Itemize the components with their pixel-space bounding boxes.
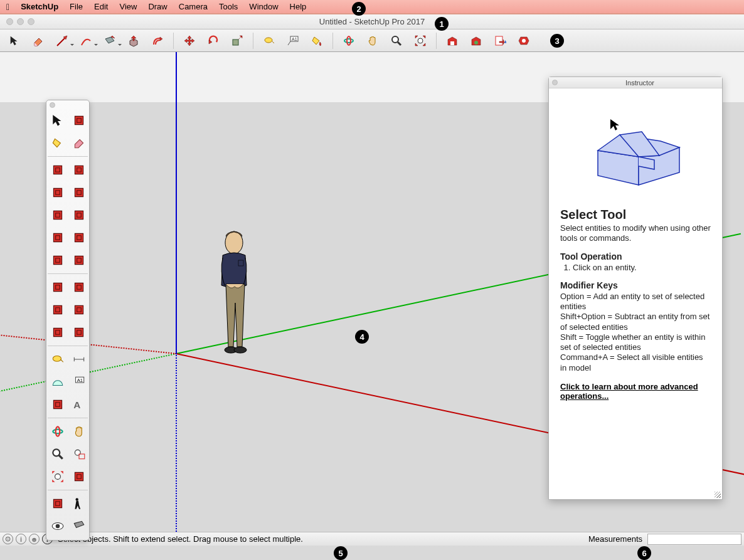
2point-arc-tool-button[interactable] — [69, 228, 89, 248]
status-hint: Select objects. Shift to extend select. … — [58, 534, 303, 544]
orbit-tool-button[interactable] — [339, 31, 358, 50]
2point-arc-tool-icon — [72, 231, 86, 245]
rectangle-tool-button[interactable] — [100, 31, 119, 50]
push-pull-tool-button[interactable] — [124, 31, 143, 50]
pan-tool-button[interactable] — [363, 31, 382, 50]
menu-draw[interactable]: Draw — [148, 2, 167, 11]
menu-help[interactable]: Help — [290, 2, 307, 11]
rectangle-tool-button[interactable] — [48, 182, 68, 203]
previous-view-button[interactable] — [69, 467, 89, 487]
svg-rect-0 — [233, 40, 238, 45]
move-tool-icon — [51, 280, 65, 294]
zoom-extents-tool-button[interactable] — [48, 467, 68, 487]
line-tool-icon — [51, 163, 65, 177]
circle-tool-button[interactable] — [48, 205, 68, 225]
measurements-input[interactable] — [647, 534, 741, 545]
window-titlebar: Untitled - SketchUp Pro 2017 — [0, 14, 744, 29]
scale-tool-button[interactable] — [48, 322, 68, 342]
send-to-layout-button[interactable] — [491, 31, 509, 50]
scale-figure — [207, 228, 263, 359]
arc-tool-button[interactable] — [48, 228, 68, 248]
rotate-tool-button[interactable] — [48, 300, 68, 320]
orbit-tool-button[interactable] — [48, 421, 68, 441]
instructor-illustration — [560, 97, 711, 204]
make-component-icon — [72, 114, 86, 127]
tape-measure-tool-button[interactable] — [260, 31, 279, 50]
position-camera-button[interactable] — [48, 494, 68, 514]
instructor-modifier-heading: Modifier Keys — [560, 280, 711, 290]
text-tool-button[interactable]: A1 — [69, 372, 89, 392]
move-tool-button[interactable] — [180, 31, 199, 50]
walk-tool-button[interactable] — [69, 494, 89, 514]
svg-point-23 — [75, 450, 80, 455]
instructor-more-link[interactable]: Click to learn about more advanced opera… — [560, 382, 711, 401]
arc-tool-icon — [51, 231, 65, 245]
select-tool-button[interactable] — [5, 31, 24, 50]
paint-bucket-tool-button[interactable] — [307, 31, 326, 50]
rotated-rectangle-tool-button[interactable] — [69, 182, 89, 203]
tape-measure-tool-button[interactable] — [48, 349, 68, 369]
polygon-tool-button[interactable] — [69, 205, 89, 225]
scale-tool-button[interactable] — [228, 31, 247, 50]
menu-edit[interactable]: Edit — [94, 2, 108, 11]
instructor-close-button[interactable] — [552, 80, 558, 85]
zoom-extents-tool-button[interactable] — [411, 31, 430, 50]
3point-arc-tool-button[interactable] — [48, 250, 68, 270]
walk-tool-icon — [72, 497, 86, 510]
app-menu[interactable]: SketchUp — [21, 2, 58, 11]
claim-status-icon[interactable]: ☻ — [29, 534, 40, 544]
credits-status-icon[interactable]: i — [16, 534, 26, 544]
rotate-tool-button[interactable] — [204, 31, 223, 50]
extension-manager-button[interactable] — [514, 31, 533, 50]
zoom-tool-icon — [51, 447, 65, 461]
3d-text-tool-button[interactable]: A — [69, 394, 89, 415]
palette-titlebar[interactable] — [46, 100, 89, 109]
eraser-tool-button[interactable] — [29, 31, 48, 50]
text-tool-icon: A1 — [72, 375, 86, 389]
select-tool-button[interactable] — [48, 110, 68, 130]
line-tool-button[interactable] — [53, 31, 72, 50]
move-tool-button[interactable] — [48, 277, 68, 297]
instructor-resize-handle[interactable] — [713, 490, 721, 498]
3d-text-tool-icon: A — [72, 398, 86, 411]
callout-badge-6: 6 — [637, 546, 651, 560]
pie-tool-button[interactable] — [69, 250, 89, 270]
menu-view[interactable]: View — [119, 2, 137, 11]
zoom-tool-button[interactable] — [387, 31, 406, 50]
zoom-extents-tool-icon — [51, 470, 65, 483]
dimension-tool-icon — [72, 352, 86, 366]
palette-close-button[interactable] — [50, 102, 55, 108]
offset-tool-button[interactable] — [148, 31, 167, 50]
menu-window[interactable]: Window — [249, 2, 278, 11]
protractor-tool-button[interactable] — [48, 372, 68, 392]
axes-tool-button[interactable] — [48, 394, 68, 415]
zoom-tool-button[interactable] — [48, 444, 68, 464]
freehand-tool-button[interactable] — [69, 160, 89, 180]
dimension-tool-button[interactable] — [69, 349, 89, 369]
geo-status-icon[interactable]: ⊙ — [3, 534, 13, 544]
paint-bucket-tool-icon — [51, 136, 65, 150]
3d-warehouse-button[interactable] — [443, 31, 462, 50]
apple-menu-icon[interactable]:  — [6, 2, 9, 12]
line-tool-button[interactable] — [48, 160, 68, 180]
arc-tool-button[interactable] — [77, 31, 95, 50]
offset-tool-button[interactable] — [69, 322, 89, 342]
menu-file[interactable]: File — [70, 2, 83, 11]
section-plane-tool-button[interactable] — [69, 516, 89, 536]
freehand-tool-icon — [72, 163, 86, 177]
look-around-tool-button[interactable] — [48, 516, 68, 536]
text-tool-button[interactable]: A1 — [284, 31, 302, 50]
menu-camera[interactable]: Camera — [179, 2, 208, 11]
follow-me-tool-button[interactable] — [69, 300, 89, 320]
zoom-window-tool-button[interactable] — [69, 444, 89, 464]
offset-tool-icon — [72, 325, 86, 339]
eraser-tool-button[interactable] — [69, 133, 89, 153]
extension-warehouse-button[interactable] — [467, 31, 486, 50]
instructor-title-label: Instructor — [558, 79, 722, 87]
paint-bucket-tool-button[interactable] — [48, 133, 68, 153]
push-pull-tool-button[interactable] — [69, 277, 89, 297]
pan-tool-button[interactable] — [69, 421, 89, 441]
instructor-titlebar[interactable]: Instructor — [549, 77, 722, 88]
menu-tools[interactable]: Tools — [219, 2, 238, 11]
make-component-button[interactable] — [69, 110, 89, 130]
